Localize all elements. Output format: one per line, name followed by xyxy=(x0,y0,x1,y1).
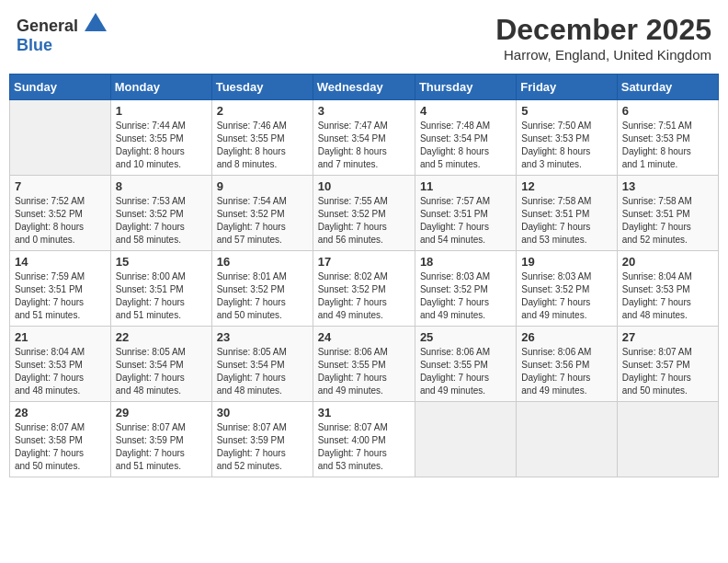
logo: General Blue xyxy=(17,13,107,55)
day-number: 6 xyxy=(622,104,713,118)
month-title: December 2025 xyxy=(495,13,711,47)
day-number: 16 xyxy=(217,255,308,269)
calendar-week-row: 14Sunrise: 7:59 AMSunset: 3:51 PMDayligh… xyxy=(10,251,719,327)
day-info: Sunrise: 7:59 AMSunset: 3:51 PMDaylight:… xyxy=(15,270,106,322)
day-info: Sunrise: 8:06 AMSunset: 3:56 PMDaylight:… xyxy=(521,346,611,397)
column-header-thursday: Thursday xyxy=(415,75,516,100)
day-info: Sunrise: 8:07 AMSunset: 3:59 PMDaylight:… xyxy=(116,421,207,473)
day-info: Sunrise: 8:06 AMSunset: 3:55 PMDaylight:… xyxy=(420,346,511,397)
day-number: 23 xyxy=(217,330,308,344)
calendar-cell: 7Sunrise: 7:52 AMSunset: 3:52 PMDaylight… xyxy=(10,176,111,251)
day-number: 5 xyxy=(521,104,611,118)
day-number: 2 xyxy=(217,104,308,118)
calendar-cell: 6Sunrise: 7:51 AMSunset: 3:53 PMDaylight… xyxy=(617,100,718,176)
day-number: 4 xyxy=(420,104,511,118)
day-number: 9 xyxy=(217,179,308,193)
calendar-cell: 12Sunrise: 7:58 AMSunset: 3:51 PMDayligh… xyxy=(517,176,617,251)
day-info: Sunrise: 7:54 AMSunset: 3:52 PMDaylight:… xyxy=(217,195,308,247)
day-info: Sunrise: 7:55 AMSunset: 3:52 PMDaylight:… xyxy=(318,195,410,247)
calendar-header-row: SundayMondayTuesdayWednesdayThursdayFrid… xyxy=(10,75,719,100)
day-number: 8 xyxy=(116,179,207,193)
calendar-cell: 29Sunrise: 8:07 AMSunset: 3:59 PMDayligh… xyxy=(110,402,211,477)
day-number: 14 xyxy=(15,255,106,269)
day-number: 26 xyxy=(521,330,611,344)
logo-general: General xyxy=(17,17,78,35)
calendar-cell: 20Sunrise: 8:04 AMSunset: 3:53 PMDayligh… xyxy=(617,251,718,327)
calendar-cell: 3Sunrise: 7:47 AMSunset: 3:54 PMDaylight… xyxy=(313,100,415,176)
calendar-cell: 4Sunrise: 7:48 AMSunset: 3:54 PMDaylight… xyxy=(415,100,516,176)
calendar-cell: 31Sunrise: 8:07 AMSunset: 4:00 PMDayligh… xyxy=(313,402,415,477)
calendar-cell: 24Sunrise: 8:06 AMSunset: 3:55 PMDayligh… xyxy=(313,327,415,402)
day-number: 7 xyxy=(15,179,106,193)
day-info: Sunrise: 7:58 AMSunset: 3:51 PMDaylight:… xyxy=(622,195,713,247)
calendar-cell: 17Sunrise: 8:02 AMSunset: 3:52 PMDayligh… xyxy=(313,251,415,327)
day-number: 30 xyxy=(217,406,308,419)
day-info: Sunrise: 8:07 AMSunset: 3:59 PMDaylight:… xyxy=(217,421,308,473)
calendar-cell: 30Sunrise: 8:07 AMSunset: 3:59 PMDayligh… xyxy=(211,402,313,477)
column-header-tuesday: Tuesday xyxy=(211,75,313,100)
day-info: Sunrise: 8:06 AMSunset: 3:55 PMDaylight:… xyxy=(318,346,410,397)
page-header: General Blue December 2025 Harrow, Engla… xyxy=(9,9,719,66)
day-number: 17 xyxy=(318,255,410,269)
calendar-cell xyxy=(10,100,111,176)
day-info: Sunrise: 8:03 AMSunset: 3:52 PMDaylight:… xyxy=(420,270,511,322)
day-number: 31 xyxy=(318,406,410,419)
column-header-friday: Friday xyxy=(517,75,617,100)
day-number: 19 xyxy=(521,255,611,269)
calendar-cell: 27Sunrise: 8:07 AMSunset: 3:57 PMDayligh… xyxy=(617,327,718,402)
calendar-cell: 9Sunrise: 7:54 AMSunset: 3:52 PMDaylight… xyxy=(211,176,313,251)
calendar-cell: 28Sunrise: 8:07 AMSunset: 3:58 PMDayligh… xyxy=(10,402,111,477)
day-info: Sunrise: 7:47 AMSunset: 3:54 PMDaylight:… xyxy=(318,120,410,171)
day-info: Sunrise: 8:02 AMSunset: 3:52 PMDaylight:… xyxy=(318,270,410,322)
logo-text: General Blue xyxy=(17,13,107,55)
day-number: 3 xyxy=(318,104,410,118)
day-info: Sunrise: 8:01 AMSunset: 3:52 PMDaylight:… xyxy=(217,270,308,322)
day-info: Sunrise: 8:00 AMSunset: 3:51 PMDaylight:… xyxy=(116,270,207,322)
day-info: Sunrise: 8:07 AMSunset: 3:57 PMDaylight:… xyxy=(622,346,713,397)
day-number: 18 xyxy=(420,255,511,269)
calendar-cell: 26Sunrise: 8:06 AMSunset: 3:56 PMDayligh… xyxy=(517,327,617,402)
calendar-cell: 5Sunrise: 7:50 AMSunset: 3:53 PMDaylight… xyxy=(517,100,617,176)
day-number: 13 xyxy=(622,179,713,193)
calendar-cell xyxy=(517,402,617,477)
column-header-monday: Monday xyxy=(110,75,211,100)
calendar-cell: 25Sunrise: 8:06 AMSunset: 3:55 PMDayligh… xyxy=(415,327,516,402)
calendar-cell: 10Sunrise: 7:55 AMSunset: 3:52 PMDayligh… xyxy=(313,176,415,251)
calendar-cell: 2Sunrise: 7:46 AMSunset: 3:55 PMDaylight… xyxy=(211,100,313,176)
column-header-wednesday: Wednesday xyxy=(313,75,415,100)
calendar-cell: 21Sunrise: 8:04 AMSunset: 3:53 PMDayligh… xyxy=(10,327,111,402)
day-info: Sunrise: 8:07 AMSunset: 4:00 PMDaylight:… xyxy=(318,421,410,473)
calendar-week-row: 21Sunrise: 8:04 AMSunset: 3:53 PMDayligh… xyxy=(10,327,719,402)
calendar-cell: 19Sunrise: 8:03 AMSunset: 3:52 PMDayligh… xyxy=(517,251,617,327)
day-info: Sunrise: 7:51 AMSunset: 3:53 PMDaylight:… xyxy=(622,120,713,171)
column-header-sunday: Sunday xyxy=(10,75,111,100)
calendar-cell: 8Sunrise: 7:53 AMSunset: 3:52 PMDaylight… xyxy=(110,176,211,251)
day-info: Sunrise: 8:07 AMSunset: 3:58 PMDaylight:… xyxy=(15,421,106,473)
day-info: Sunrise: 7:50 AMSunset: 3:53 PMDaylight:… xyxy=(521,120,611,171)
day-info: Sunrise: 7:46 AMSunset: 3:55 PMDaylight:… xyxy=(217,120,308,171)
calendar-table: SundayMondayTuesdayWednesdayThursdayFrid… xyxy=(9,74,719,477)
calendar-cell: 22Sunrise: 8:05 AMSunset: 3:54 PMDayligh… xyxy=(110,327,211,402)
day-info: Sunrise: 7:48 AMSunset: 3:54 PMDaylight:… xyxy=(420,120,511,171)
calendar-week-row: 28Sunrise: 8:07 AMSunset: 3:58 PMDayligh… xyxy=(10,402,719,477)
day-number: 29 xyxy=(116,406,207,419)
calendar-week-row: 1Sunrise: 7:44 AMSunset: 3:55 PMDaylight… xyxy=(10,100,719,176)
day-info: Sunrise: 8:05 AMSunset: 3:54 PMDaylight:… xyxy=(116,346,207,397)
logo-blue: Blue xyxy=(17,36,52,54)
day-info: Sunrise: 7:58 AMSunset: 3:51 PMDaylight:… xyxy=(521,195,611,247)
day-info: Sunrise: 8:05 AMSunset: 3:54 PMDaylight:… xyxy=(217,346,308,397)
day-info: Sunrise: 7:44 AMSunset: 3:55 PMDaylight:… xyxy=(116,120,207,171)
calendar-cell: 23Sunrise: 8:05 AMSunset: 3:54 PMDayligh… xyxy=(211,327,313,402)
day-info: Sunrise: 8:03 AMSunset: 3:52 PMDaylight:… xyxy=(521,270,611,322)
day-number: 12 xyxy=(521,179,611,193)
logo-icon xyxy=(85,13,107,31)
calendar-cell: 11Sunrise: 7:57 AMSunset: 3:51 PMDayligh… xyxy=(415,176,516,251)
day-info: Sunrise: 7:52 AMSunset: 3:52 PMDaylight:… xyxy=(15,195,106,247)
svg-marker-0 xyxy=(85,13,107,31)
day-number: 22 xyxy=(116,330,207,344)
day-info: Sunrise: 7:57 AMSunset: 3:51 PMDaylight:… xyxy=(420,195,511,247)
day-number: 15 xyxy=(116,255,207,269)
title-section: December 2025 Harrow, England, United Ki… xyxy=(495,13,711,63)
day-number: 27 xyxy=(622,330,713,344)
calendar-week-row: 7Sunrise: 7:52 AMSunset: 3:52 PMDaylight… xyxy=(10,176,719,251)
